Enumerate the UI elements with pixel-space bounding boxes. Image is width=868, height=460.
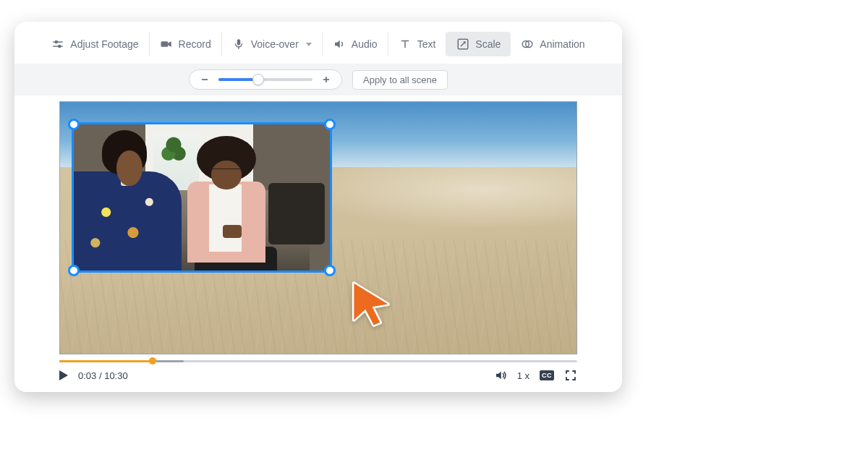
closed-captions-button[interactable]: CC — [540, 370, 554, 380]
zoom-in-button[interactable] — [320, 73, 333, 86]
scale-button[interactable]: Scale — [446, 32, 511, 56]
overlay-selection-frame[interactable] — [72, 122, 332, 273]
progress-thumb[interactable] — [149, 357, 156, 365]
chevron-down-icon — [306, 43, 312, 46]
adjust-footage-button[interactable]: Adjust Footage — [41, 32, 149, 56]
playback-controls: 0:03 / 10:30 1 x CC — [14, 363, 622, 382]
camera-icon — [160, 38, 173, 51]
scale-label: Scale — [475, 38, 501, 50]
overlay-video-clip[interactable] — [74, 124, 330, 271]
progress-fill — [59, 360, 153, 362]
svg-point-3 — [59, 46, 61, 48]
current-time: 0:03 — [78, 370, 96, 381]
resize-handle-top-right[interactable] — [324, 119, 336, 130]
cursor-pointer-icon — [344, 276, 396, 328]
total-time: 10:30 — [104, 370, 128, 381]
audio-label: Audio — [352, 38, 378, 50]
fullscreen-button[interactable] — [564, 369, 577, 382]
time-display: 0:03 / 10:30 — [78, 370, 128, 381]
resize-handle-bottom-left[interactable] — [68, 265, 80, 276]
scale-slider-track[interactable] — [218, 78, 312, 81]
svg-rect-4 — [161, 41, 168, 47]
playback-speed[interactable]: 1 x — [517, 370, 529, 381]
video-progress-bar[interactable] — [59, 359, 577, 363]
text-button[interactable]: Text — [388, 32, 447, 56]
zoom-out-button[interactable] — [198, 73, 211, 86]
record-button[interactable]: Record — [150, 32, 222, 56]
scale-slider[interactable] — [189, 69, 342, 90]
adjust-icon — [51, 38, 64, 51]
scale-slider-thumb[interactable] — [252, 74, 264, 85]
text-icon — [399, 38, 412, 51]
scale-controls-bar: Apply to all scene — [14, 64, 622, 95]
scale-icon — [456, 38, 469, 51]
video-editor-window: Adjust Footage Record Voice-over Audio — [14, 22, 622, 392]
apply-to-all-button[interactable]: Apply to all scene — [352, 70, 448, 90]
volume-icon[interactable] — [494, 369, 507, 382]
adjust-footage-label: Adjust Footage — [70, 38, 138, 50]
animation-label: Animation — [540, 38, 584, 50]
video-canvas[interactable] — [59, 101, 577, 354]
svg-point-2 — [56, 41, 58, 43]
voiceover-button[interactable]: Voice-over — [222, 32, 323, 56]
voiceover-label: Voice-over — [251, 38, 299, 50]
animation-icon — [521, 38, 534, 51]
resize-handle-bottom-right[interactable] — [324, 265, 336, 276]
play-button[interactable] — [59, 370, 68, 380]
text-label: Text — [417, 38, 436, 50]
microphone-icon — [232, 38, 245, 51]
audio-icon — [333, 38, 346, 51]
svg-rect-5 — [237, 39, 240, 45]
record-label: Record — [179, 38, 211, 50]
animation-button[interactable]: Animation — [511, 32, 595, 56]
audio-button[interactable]: Audio — [323, 32, 388, 56]
main-toolbar: Adjust Footage Record Voice-over Audio — [14, 32, 622, 64]
resize-handle-top-left[interactable] — [68, 119, 80, 130]
canvas-area — [14, 95, 622, 354]
